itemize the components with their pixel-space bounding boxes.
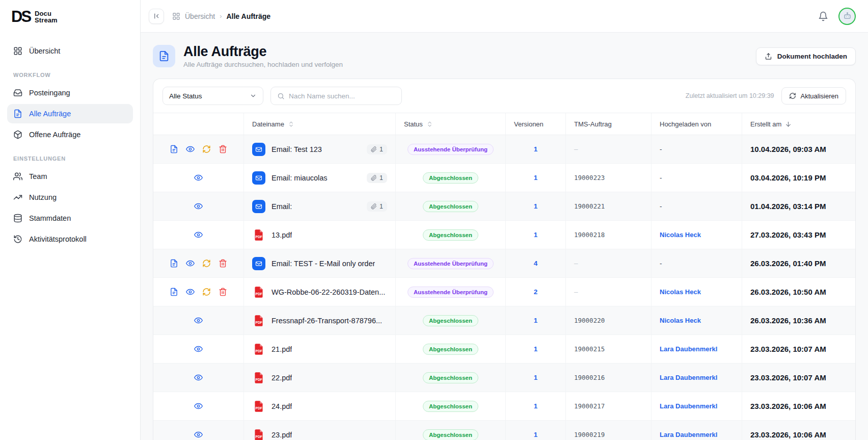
avatar[interactable]: [838, 8, 856, 25]
paperclip-icon: [371, 175, 377, 181]
file-name: Email:: [272, 202, 292, 211]
file-name: 21.pdf: [272, 345, 292, 353]
view-action-icon[interactable]: [194, 202, 203, 211]
status-filter-value: Alle Status: [169, 92, 202, 100]
uploader-link[interactable]: Nicolas Heck: [660, 288, 701, 296]
versions-link[interactable]: 1: [534, 174, 538, 182]
versions-link[interactable]: 1: [534, 231, 538, 239]
sidebar-item-posteingang[interactable]: Posteingang: [7, 83, 133, 102]
view-action-icon[interactable]: [186, 145, 195, 153]
sidebar: DS Docu Stream ÜbersichtWORKFLOWPosteing…: [0, 0, 141, 440]
uploader-link[interactable]: Nicolas Heck: [660, 231, 701, 239]
view-action-icon[interactable]: [186, 288, 195, 296]
table-row: PDF13.pdfAbgeschlossen119000218Nicolas H…: [153, 221, 855, 249]
view-action-icon[interactable]: [194, 430, 203, 439]
refresh-button[interactable]: Aktualisieren: [781, 87, 846, 105]
document-action-icon[interactable]: [170, 259, 178, 268]
view-action-icon[interactable]: [194, 230, 203, 239]
versions-link[interactable]: 1: [534, 202, 538, 210]
envelope-icon: [255, 260, 262, 267]
column-header-dateiname[interactable]: Dateiname: [244, 113, 396, 135]
column-header-status[interactable]: Status: [396, 113, 506, 135]
document-action-icon[interactable]: [170, 145, 178, 153]
reprocess-action-icon[interactable]: [202, 145, 211, 153]
column-header-versionen: Versionen: [506, 113, 566, 135]
trending-up-icon: [13, 193, 22, 202]
view-action-icon[interactable]: [194, 173, 203, 182]
sidebar-collapse-button[interactable]: [149, 9, 164, 24]
upload-document-button[interactable]: Dokument hochladen: [756, 47, 856, 65]
logo-text: Docu Stream: [35, 10, 58, 24]
pdf-file-icon: PDF: [252, 371, 265, 384]
attachment-badge: 1: [367, 173, 387, 183]
view-action-icon[interactable]: [194, 373, 203, 382]
sidebar-item-offene-aufträge[interactable]: Offene Aufträge: [7, 125, 133, 144]
view-action-icon[interactable]: [194, 402, 203, 410]
uploader-link[interactable]: Lara Daubenmerkl: [660, 431, 717, 438]
versions-link[interactable]: 1: [534, 145, 538, 153]
attachment-count: 1: [379, 203, 383, 210]
delete-action-icon[interactable]: [219, 288, 227, 296]
envelope-icon: [255, 203, 262, 210]
status-cell: Abgeschlossen: [396, 364, 506, 392]
page-header: Alle Aufträge Alle Aufträge durchsuchen,…: [153, 44, 856, 68]
tms-cell: 19000215: [566, 335, 652, 363]
sidebar-item-nutzung[interactable]: Nutzung: [7, 188, 133, 207]
sidebar-item-aktivitätsprotokoll[interactable]: Aktivitätsprotokoll: [7, 229, 133, 249]
sidebar-item-übersicht[interactable]: Übersicht: [7, 41, 133, 61]
document-action-icon[interactable]: [170, 288, 178, 296]
versions-cell: 1: [506, 221, 566, 249]
delete-action-icon[interactable]: [219, 259, 227, 268]
search-input[interactable]: [289, 92, 395, 100]
logo-line2: Stream: [35, 17, 58, 24]
reprocess-action-icon[interactable]: [202, 259, 211, 268]
column-header-erstellt-am[interactable]: Erstellt am: [742, 113, 855, 135]
sidebar-item-alle-aufträge[interactable]: Alle Aufträge: [7, 104, 133, 123]
file-name: 24.pdf: [272, 402, 292, 410]
versions-link[interactable]: 1: [534, 317, 538, 324]
versions-link[interactable]: 1: [534, 402, 538, 410]
breadcrumb-current: Alle Aufträge: [226, 12, 270, 20]
uploader-cell: -: [652, 192, 742, 220]
file-name: WG-Robbe-06-22-260319-Daten...: [272, 288, 385, 296]
sidebar-item-label: Team: [29, 172, 47, 180]
uploader-link[interactable]: Lara Daubenmerkl: [660, 402, 717, 410]
view-action-icon[interactable]: [194, 345, 203, 353]
svg-text:PDF: PDF: [256, 292, 262, 296]
reprocess-action-icon[interactable]: [202, 288, 211, 296]
tms-number: –: [574, 288, 578, 296]
versions-link[interactable]: 1: [534, 374, 538, 381]
column-header-label: TMS-Auftrag: [574, 120, 612, 128]
search-box: [270, 87, 402, 105]
view-action-icon[interactable]: [194, 316, 203, 325]
versions-cell: 4: [506, 249, 566, 277]
view-action-icon[interactable]: [186, 259, 195, 268]
created-date: 23.03.2026, 10:06 AM: [750, 430, 826, 439]
versions-link[interactable]: 4: [534, 260, 538, 267]
sort-descending-icon: [785, 121, 792, 127]
status-badge: Abgeschlossen: [423, 344, 478, 355]
versions-link[interactable]: 2: [534, 288, 538, 296]
created-date: 10.04.2026, 09:03 AM: [750, 145, 826, 153]
envelope-icon: [255, 146, 262, 153]
sidebar-item-stammdaten[interactable]: Stammdaten: [7, 209, 133, 228]
pdf-file-icon: PDF: [252, 428, 265, 440]
sidebar-nav: ÜbersichtWORKFLOWPosteingangAlle Aufträg…: [7, 40, 133, 250]
status-badge: Abgeschlossen: [423, 172, 478, 184]
column-header-label: Status: [404, 120, 423, 128]
sidebar-item-label: Posteingang: [29, 89, 70, 97]
status-filter-select[interactable]: Alle Status: [162, 87, 263, 105]
uploader-link[interactable]: Nicolas Heck: [660, 317, 701, 324]
breadcrumb-parent[interactable]: Übersicht: [185, 12, 215, 20]
delete-action-icon[interactable]: [219, 145, 227, 153]
column-header-label: Erstellt am: [750, 120, 781, 128]
versions-link[interactable]: 1: [534, 431, 538, 438]
uploader-link[interactable]: Lara Daubenmerkl: [660, 345, 717, 353]
status-badge: Abgeschlossen: [423, 315, 478, 326]
bell-icon[interactable]: [818, 11, 828, 21]
sidebar-item-team[interactable]: Team: [7, 167, 133, 186]
status-cell: Abgeschlossen: [396, 392, 506, 420]
uploader-link[interactable]: Lara Daubenmerkl: [660, 374, 717, 381]
row-actions-cell: [153, 364, 244, 392]
versions-link[interactable]: 1: [534, 345, 538, 353]
